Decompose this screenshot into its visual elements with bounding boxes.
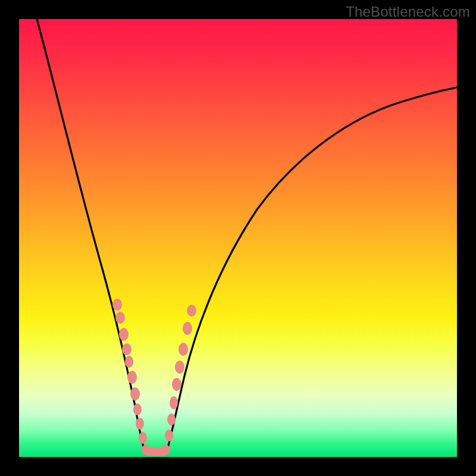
svg-point-20 <box>151 447 161 456</box>
svg-point-21 <box>161 444 170 455</box>
curve-left-branch <box>37 19 145 452</box>
svg-point-17 <box>187 305 196 317</box>
svg-point-2 <box>119 328 129 341</box>
svg-point-15 <box>178 343 188 356</box>
svg-point-16 <box>183 322 192 335</box>
svg-point-14 <box>175 361 184 374</box>
svg-point-7 <box>133 403 142 415</box>
svg-point-0 <box>112 299 122 311</box>
svg-point-3 <box>122 343 131 355</box>
markers-bottom <box>142 444 170 456</box>
chart-frame: TheBottleneck.com <box>0 0 476 476</box>
svg-point-4 <box>125 356 133 368</box>
svg-point-19 <box>142 444 151 455</box>
markers-right <box>165 305 196 441</box>
svg-point-10 <box>165 430 173 441</box>
svg-point-11 <box>167 414 176 425</box>
plot-area <box>19 19 457 457</box>
svg-point-13 <box>172 378 181 391</box>
svg-point-9 <box>139 432 147 444</box>
curve-right-branch <box>167 87 457 452</box>
bottleneck-curve <box>19 19 457 457</box>
svg-point-8 <box>136 418 144 430</box>
watermark-text: TheBottleneck.com <box>346 4 470 20</box>
svg-point-6 <box>130 387 140 400</box>
svg-point-1 <box>115 312 125 324</box>
svg-point-12 <box>170 396 178 409</box>
svg-point-5 <box>127 371 137 384</box>
markers-left <box>112 299 147 444</box>
